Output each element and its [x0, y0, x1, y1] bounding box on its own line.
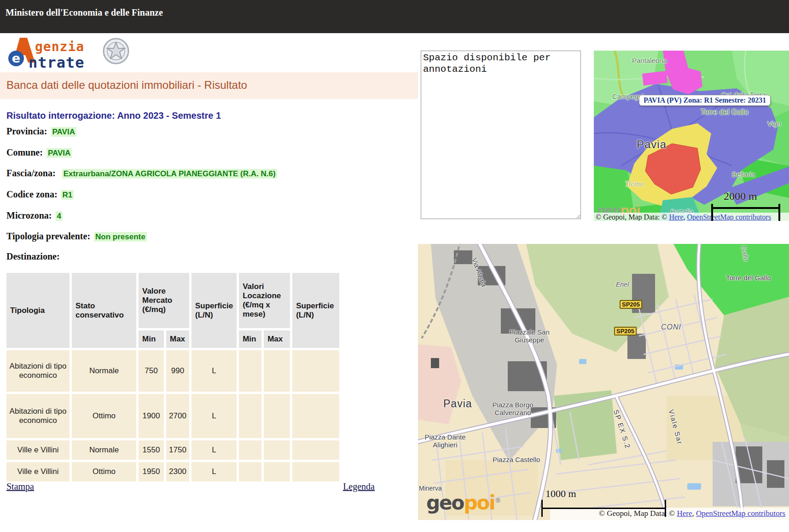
quotazioni-table-body: Abitazioni di tipo economicoNormale75099…: [6, 350, 339, 481]
page-title-bar: Banca dati delle quotazioni immobiliari …: [0, 72, 418, 99]
here-link[interactable]: Here: [669, 213, 683, 221]
table-cell: 1950: [139, 462, 164, 481]
table-cell: [292, 462, 339, 481]
col-header-min-mercato: Min: [139, 330, 164, 348]
map-label-bellaria: Bellaria: [732, 170, 755, 178]
table-cell: [292, 350, 339, 392]
field-tipologia-prevalente: Tipologia prevalente:Non presente: [6, 231, 147, 242]
scale-bar-tick: [665, 500, 666, 517]
map-label-piazza-castello: Piazza Castello: [493, 456, 540, 463]
geopoi-logo: geopoi®: [426, 492, 501, 514]
annotations-textarea[interactable]: Spazio disponibile per annotazioni: [421, 51, 581, 219]
here-link[interactable]: Here: [677, 509, 692, 518]
footer-links: Stampa Legenda: [6, 481, 375, 492]
agenzia-entrate-logo-graphic: e genzia ntrate: [6, 35, 102, 72]
map-label-ticino: Ticino: [625, 180, 644, 188]
scale-bar-tick: [711, 204, 713, 221]
table-cell: L: [191, 462, 237, 481]
italian-republic-emblem-icon: [102, 37, 130, 66]
field-microzona: Microzona:4: [6, 210, 63, 221]
table-cell: Ottimo: [72, 462, 136, 481]
field-label: Microzona:: [6, 210, 52, 220]
map-label-coni: CONI: [661, 323, 681, 331]
zone-map[interactable]: Pantaleona Campeggio Ca' della Terra Tor…: [594, 51, 789, 221]
table-cell: L: [191, 440, 237, 460]
ministry-title: Ministero dell'Economia e delle Finanze: [0, 0, 789, 18]
field-value: Non presente: [94, 232, 147, 242]
table-cell: Abitazioni di tipo economico: [6, 350, 70, 392]
svg-text:e: e: [12, 51, 20, 65]
field-label: Destinazione:: [6, 251, 60, 261]
svg-text:genzia: genzia: [35, 39, 84, 54]
table-cell: Abitazioni di tipo economico: [6, 394, 70, 438]
map-label-vigna: Vign: [767, 120, 781, 127]
scale-bar: [541, 508, 666, 509]
scale-label: 2000 m: [724, 190, 757, 202]
col-header-superficie-1: Superficie (L/N): [191, 273, 237, 348]
scale-bar-tick: [541, 500, 543, 517]
table-cell: Ottimo: [72, 394, 136, 438]
field-label: Codice zona:: [6, 189, 58, 199]
table-cell: 2700: [166, 394, 189, 438]
map-label-piazza-dante-alighieri: Piazza Dante Alighieri: [418, 433, 472, 449]
table-cell: Ville e Villini: [6, 440, 70, 460]
table-cell: [264, 394, 290, 438]
map-label-piazza-borgo-calvenzano: Piazza Borgo Calvenzano: [482, 401, 543, 416]
field-provincia: Provincia:PAVIA: [6, 126, 76, 137]
svg-text:ntrate: ntrate: [29, 54, 85, 71]
legenda-link[interactable]: Legenda: [343, 481, 375, 492]
table-row: Ville e VilliniOttimo19502300L: [6, 462, 339, 481]
quotazioni-table: Tipologia Stato conservativo Valore Merc…: [4, 271, 342, 484]
scale-bar: [711, 207, 780, 209]
zone-tooltip: PAVIA (PV) Zona: R1 Semestre: 20231: [639, 95, 771, 106]
table-cell: 1750: [166, 440, 189, 460]
table-cell: [264, 462, 290, 481]
field-value: Extraurbana/ZONA AGRICOLA PIANEGGIANTE (…: [62, 169, 277, 179]
osm-link[interactable]: OpenStreetMap contributors: [696, 509, 785, 518]
col-header-max-locazione: Max: [264, 330, 290, 348]
table-cell: [264, 440, 290, 460]
map-label-torre-del-gallo: Torre del Gallo: [726, 274, 771, 282]
map-label-pavia: Pavia: [637, 138, 667, 151]
field-comune: Comune:PAVIA: [6, 147, 72, 158]
col-header-tipologia: Tipologia: [6, 273, 70, 348]
map-label-pantaleona: Pantaleona: [632, 57, 667, 64]
table-cell: Normale: [72, 350, 136, 392]
page-title: Banca dati delle quotazioni immobiliari …: [0, 72, 418, 92]
field-destinazione: Destinazione:: [6, 251, 60, 262]
scale-label: 1000 m: [545, 488, 576, 500]
table-cell: [292, 394, 339, 438]
map-label-pavia: Pavia: [443, 398, 472, 410]
table-cell: [239, 440, 261, 460]
field-value: PAVIA: [46, 148, 72, 158]
map-attribution: © Geopoi, Map Data: © Here, OpenStreetMa…: [594, 213, 789, 221]
agenzia-entrate-logo[interactable]: e genzia ntrate: [6, 35, 139, 72]
road-badge-sp205: SP205: [620, 300, 642, 309]
table-row: Abitazioni di tipo economicoNormale75099…: [6, 350, 339, 392]
table-cell: 1550: [139, 440, 164, 460]
field-label: Provincia:: [6, 126, 47, 136]
map-label-piazzale-san-giuseppe: Piazzale San Giuseppe: [497, 328, 562, 344]
osm-link[interactable]: OpenStreetMap contributors: [687, 213, 771, 221]
table-cell: L: [191, 350, 237, 392]
result-heading: Risultato interrogazione: Anno 2023 - Se…: [6, 110, 221, 121]
street-map[interactable]: Via Alzaia Piazzale San Giuseppe Enel SP…: [418, 244, 789, 520]
map-attribution: © Geopoi, Map Data: © Here, OpenStreetMa…: [550, 508, 789, 520]
table-cell: 2300: [166, 462, 189, 481]
col-header-valori-locazione: Valori Locazione (€/mq x mese): [239, 273, 290, 328]
street-map-graphic: [418, 244, 789, 520]
col-header-superficie-2: Superficie (L/N): [292, 273, 339, 348]
field-value: 4: [56, 211, 63, 221]
col-header-stato-conservativo: Stato conservativo: [72, 273, 136, 348]
table-cell: Normale: [72, 440, 136, 460]
field-codice-zona: Codice zona:R1: [6, 189, 74, 200]
field-label: Fascia/zona:: [6, 168, 56, 178]
field-label: Tipologia prevalente:: [6, 231, 90, 241]
table-cell: Ville e Villini: [6, 462, 70, 481]
stampa-link[interactable]: Stampa: [6, 481, 34, 492]
field-value: PAVIA: [51, 127, 76, 137]
field-label: Comune:: [6, 147, 43, 157]
field-fascia-zona: Fascia/zona:Extraurbana/ZONA AGRICOLA PI…: [6, 168, 277, 179]
col-header-max-mercato: Max: [166, 330, 189, 348]
table-cell: [264, 350, 290, 392]
